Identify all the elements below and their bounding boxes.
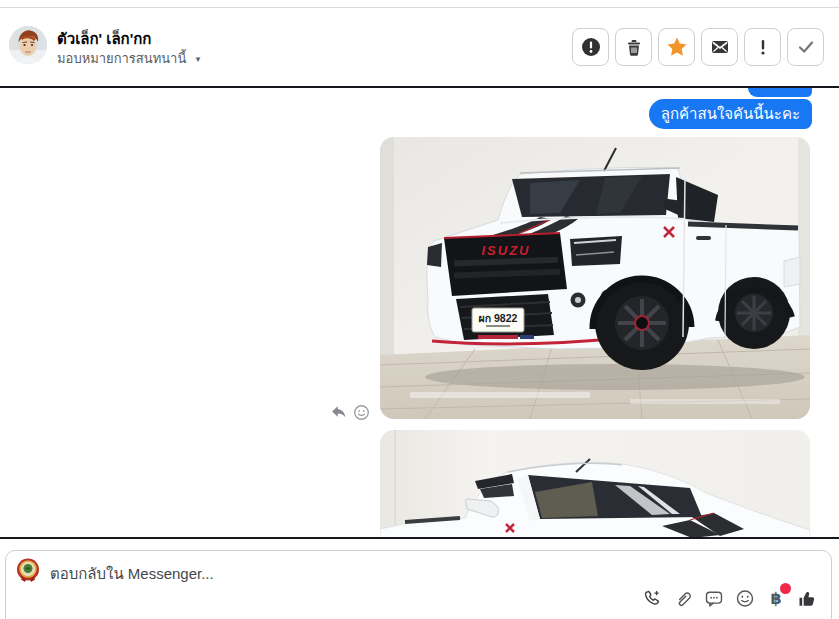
license-plate-text: ผก 9822 [479,312,518,324]
star-icon [666,36,688,58]
messenger-inbox-window: ตัวเล็ก' เล็ก'กก มอบหมายการสนทนานี้ ▼ [0,0,839,619]
payment-icon[interactable]: ฿ [766,588,786,609]
reply-icon[interactable] [329,403,347,421]
contact-avatar-image [9,26,47,64]
composer-toolbar: ฿ [642,588,817,609]
like-icon[interactable] [797,588,817,609]
call-icon[interactable] [642,588,662,609]
baht-symbol: ฿ [770,591,781,607]
chevron-down-icon: ▼ [194,55,202,64]
exclamation-circle-icon [581,37,601,57]
attachment-icon[interactable] [673,588,693,609]
envelope-icon [710,37,730,57]
trash-icon [624,37,644,57]
message-photo-truck-closeup[interactable] [380,430,810,538]
truck-photo-illustration: ISUZU ผก 9822 [380,137,810,419]
page-avatar [15,557,41,583]
follow-up-star-button[interactable] [658,28,695,66]
check-icon [796,37,816,57]
emoji-icon[interactable] [735,588,755,609]
isuzu-brand-text: ISUZU [482,243,531,258]
assign-conversation-label: มอบหมายการสนทนานี้ [57,51,186,66]
saved-replies-icon[interactable] [704,588,724,609]
truck-photo2-illustration [380,430,810,538]
message-hover-actions [329,403,370,421]
mark-unread-button[interactable] [701,28,738,66]
outgoing-message-bubble-clipped [748,88,812,97]
emoji-react-icon[interactable] [352,403,370,421]
notification-dot [780,583,791,594]
header-action-buttons [572,28,824,66]
page-logo [15,557,41,583]
delete-button[interactable] [615,28,652,66]
contact-avatar[interactable] [9,26,47,64]
reply-input[interactable]: ตอบกลับใน Messenger... [50,562,811,586]
message-photo-truck-front[interactable]: ISUZU ผก 9822 [380,137,810,419]
report-button[interactable] [572,28,609,66]
conversation-header: ตัวเล็ก' เล็ก'กก มอบหมายการสนทนานี้ ▼ [0,8,839,86]
exclamation-icon [753,37,773,57]
assign-conversation-dropdown[interactable]: มอบหมายการสนทนานี้ ▼ [57,48,202,69]
mark-important-button[interactable] [744,28,781,66]
outgoing-message-bubble: ลูกค้าสนใจคันนี้นะคะ [649,99,812,129]
chat-top-divider [0,86,839,88]
composer-top-divider [0,537,839,539]
reply-composer: ตอบกลับใน Messenger... [5,550,832,619]
mark-done-button[interactable] [787,28,824,66]
